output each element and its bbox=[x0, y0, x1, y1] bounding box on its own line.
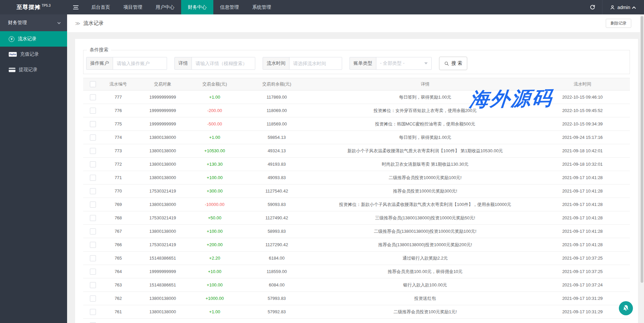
table-row: 76817530321419+50.001127490.42三级推荐会员(138… bbox=[83, 211, 630, 225]
cell-detail: 投资送红包 bbox=[315, 295, 535, 302]
refresh-button[interactable] bbox=[583, 0, 602, 14]
row-checkbox-cell bbox=[83, 309, 102, 315]
table-row: 77719999999999+1.00117869.00每日签到，获得奖励1.0… bbox=[83, 91, 630, 104]
sidebar-toggle-button[interactable] bbox=[67, 0, 85, 14]
cell-time: 2021-09-18 10:32:01 bbox=[535, 162, 630, 167]
sidebar-item-withdraw-records[interactable]: 提现记录 bbox=[0, 62, 67, 77]
nav-item-system[interactable]: 系统管理 bbox=[246, 0, 278, 14]
search-fieldset: 条件搜索 操作账户 详情 流水时间 账单类型 - 全部类型 - bbox=[83, 50, 630, 74]
row-checkbox[interactable] bbox=[90, 108, 96, 114]
cell-time: 2021-09-17 10:41:28 bbox=[535, 229, 630, 234]
cell-balance: 6184.00 bbox=[238, 256, 315, 261]
table-row: 76713800138000+100.0058993.83二级推荐会员(1380… bbox=[83, 225, 630, 238]
cell-flow-id: 765 bbox=[102, 256, 134, 261]
nav-item-home[interactable]: 后台首页 bbox=[85, 0, 117, 14]
cell-flow-id: 777 bbox=[102, 95, 134, 100]
table-row: 76515148386651+2.206184.00通过银行入款奖励2.2元20… bbox=[83, 252, 630, 265]
notification-fab-button[interactable] bbox=[619, 301, 633, 315]
cell-balance: 118069.00 bbox=[238, 108, 315, 113]
row-checkbox[interactable] bbox=[90, 242, 96, 248]
sidebar-item-label: 充值记录 bbox=[20, 51, 39, 57]
cell-detail: 银行入款入款100.00元 bbox=[315, 282, 535, 288]
cell-account: 15148386651 bbox=[134, 282, 191, 287]
cell-time: 2021-09-18 10:42:01 bbox=[535, 148, 630, 153]
row-checkbox[interactable] bbox=[90, 228, 96, 234]
cell-amount: +1.00 bbox=[191, 95, 238, 100]
cell-amount: +100.00 bbox=[191, 175, 238, 180]
cell-detail: 推荐会员投资10000元奖励300元! bbox=[315, 188, 535, 194]
cell-flow-id: 773 bbox=[102, 148, 134, 153]
paypal-icon bbox=[9, 52, 17, 57]
cell-amount: +200.00 bbox=[191, 242, 238, 247]
cell-balance: 1127540.42 bbox=[238, 189, 315, 194]
time-field-label: 流水时间 bbox=[263, 57, 289, 69]
row-checkbox[interactable] bbox=[90, 161, 96, 167]
row-checkbox-cell bbox=[83, 255, 102, 261]
table-row: 76419999999999+10.00118559.00推荐会员充值100.0… bbox=[83, 265, 630, 278]
row-checkbox[interactable] bbox=[90, 295, 96, 302]
credit-card-icon bbox=[9, 68, 15, 72]
yen-circle-icon: ¥ bbox=[9, 36, 14, 42]
row-checkbox[interactable] bbox=[90, 202, 96, 208]
row-checkbox-cell bbox=[83, 148, 102, 154]
row-checkbox[interactable] bbox=[90, 255, 96, 261]
row-checkbox-cell bbox=[83, 269, 102, 275]
cell-amount: +1000.00 bbox=[191, 296, 238, 301]
row-checkbox[interactable] bbox=[90, 215, 96, 221]
row-checkbox[interactable] bbox=[90, 282, 96, 288]
search-button[interactable]: 搜 索 bbox=[439, 57, 467, 70]
cell-account: 13800138000 bbox=[134, 229, 191, 234]
cell-balance: 49193.83 bbox=[238, 162, 315, 167]
delete-records-button[interactable]: 删除记录 bbox=[606, 19, 631, 28]
nav-item-project[interactable]: 项目管理 bbox=[117, 0, 149, 14]
time-input[interactable] bbox=[289, 57, 342, 69]
nav-item-info[interactable]: 信息管理 bbox=[213, 0, 246, 14]
row-checkbox[interactable] bbox=[90, 309, 96, 315]
row-checkbox[interactable] bbox=[90, 148, 96, 154]
row-checkbox[interactable] bbox=[90, 175, 96, 181]
cell-balance: 59854.13 bbox=[238, 135, 315, 140]
cell-amount: +10.00 bbox=[191, 269, 238, 274]
sidebar-group-finance[interactable]: 财务管理 bbox=[0, 14, 67, 31]
cell-balance: 117869.00 bbox=[238, 95, 315, 100]
cell-account: 13800138000 bbox=[134, 202, 191, 207]
select-all-checkbox[interactable] bbox=[90, 81, 96, 87]
cell-account: 19999999999 bbox=[134, 269, 191, 274]
cell-time: 2021-09-17 10:41:28 bbox=[535, 202, 630, 207]
cell-detail: 投资摊位：新款小个子风衣温柔收腰薄款气质大衣寄卖利润【100件】，使用余额100… bbox=[315, 202, 535, 208]
page-scrollbar[interactable] bbox=[640, 14, 644, 323]
cell-amount: -500.00 bbox=[191, 121, 238, 126]
nav-item-user-center[interactable]: 用户中心 bbox=[149, 0, 181, 14]
cell-amount: +2.20 bbox=[191, 256, 238, 261]
user-menu[interactable]: admin bbox=[602, 0, 644, 14]
nav-item-finance-center[interactable]: 财务中心 bbox=[181, 0, 213, 14]
detail-input[interactable] bbox=[192, 57, 255, 69]
row-checkbox[interactable] bbox=[90, 188, 96, 194]
table-row: 76617530321419+200.001127290.42推荐会员(1380… bbox=[83, 238, 630, 252]
row-checkbox[interactable] bbox=[90, 121, 96, 127]
bell-off-icon bbox=[622, 304, 630, 312]
row-checkbox[interactable] bbox=[90, 94, 96, 100]
scrollbar-thumb[interactable] bbox=[641, 16, 643, 283]
cell-time: 2022-10-15 09:45:52 bbox=[535, 108, 630, 113]
account-field-group: 操作账户 bbox=[86, 57, 167, 70]
cell-flow-id: 771 bbox=[102, 175, 134, 180]
sidebar-item-recharge-records[interactable]: 充值记录 bbox=[0, 47, 67, 62]
row-checkbox-cell bbox=[83, 121, 102, 127]
cell-account: 17530321419 bbox=[134, 242, 191, 247]
cell-time: 2021-09-17 10:37:25 bbox=[535, 256, 630, 261]
cell-flow-id: 762 bbox=[102, 296, 134, 301]
type-select[interactable]: - 全部类型 - bbox=[376, 57, 431, 69]
cell-flow-id: 769 bbox=[102, 202, 134, 207]
table-row: 76213800138000+1000.0057993.83投资送红包2021-… bbox=[83, 292, 630, 305]
table-row: 77213800138000+130.3049193.83时尚款卫衣女清新版寄卖… bbox=[83, 158, 630, 171]
cell-account: 13800138000 bbox=[134, 148, 191, 153]
row-checkbox[interactable] bbox=[90, 269, 96, 275]
cell-amount: +1.00 bbox=[191, 135, 238, 140]
sidebar-item-flow-records[interactable]: ¥ 流水记录 bbox=[0, 31, 67, 47]
cell-balance: 1127490.42 bbox=[238, 215, 315, 220]
cell-time: 2022-10-15 09:34:39 bbox=[535, 121, 630, 126]
account-input[interactable] bbox=[113, 57, 167, 69]
row-checkbox[interactable] bbox=[90, 134, 96, 141]
cell-time: 2021-09-24 15:17:16 bbox=[535, 135, 630, 140]
